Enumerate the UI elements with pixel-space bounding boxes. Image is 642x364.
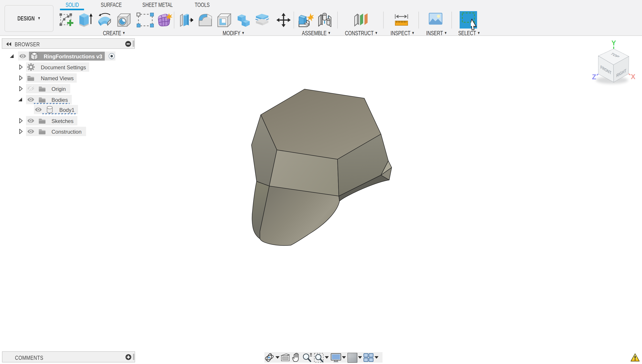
svg-text:Z: Z	[592, 73, 596, 81]
svg-text:Y: Y	[611, 39, 616, 47]
svg-text:X: X	[631, 73, 635, 81]
